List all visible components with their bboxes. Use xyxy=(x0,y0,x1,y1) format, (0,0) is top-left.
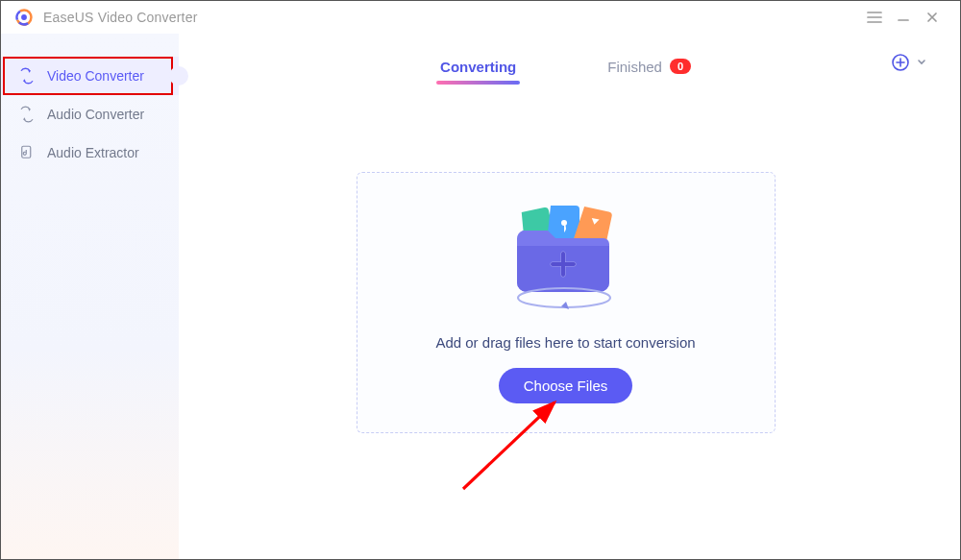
close-button[interactable] xyxy=(918,4,947,31)
sidebar-item-label: Audio Converter xyxy=(47,107,144,122)
menu-button[interactable] xyxy=(860,4,889,31)
drop-zone-message: Add or drag files here to start conversi… xyxy=(435,334,695,351)
minimize-icon xyxy=(897,11,910,24)
minimize-button[interactable] xyxy=(889,4,918,31)
sidebar-item-video-converter[interactable]: Video Converter xyxy=(1,57,179,95)
hamburger-icon xyxy=(867,11,882,24)
sidebar-item-audio-converter[interactable]: Audio Converter xyxy=(1,95,179,134)
sidebar-item-audio-extractor[interactable]: Audio Extractor xyxy=(1,134,179,172)
title-bar: EaseUS Video Converter xyxy=(1,1,960,34)
app-logo-icon xyxy=(14,8,34,27)
tab-converting[interactable]: Converting xyxy=(440,59,516,75)
app-title: EaseUS Video Converter xyxy=(43,10,860,25)
sidebar-item-label: Video Converter xyxy=(47,68,144,84)
main-panel: Converting Finished 0 xyxy=(179,34,960,559)
audio-convert-icon xyxy=(18,106,36,123)
choose-files-button[interactable]: Choose Files xyxy=(499,368,633,403)
audio-extract-icon xyxy=(18,144,36,161)
chevron-down-icon xyxy=(916,57,927,68)
tab-bar: Converting Finished 0 xyxy=(190,47,941,85)
close-icon xyxy=(925,11,939,24)
sidebar: Video Converter Audio Converter Audio Ex… xyxy=(1,34,179,559)
finished-count-badge: 0 xyxy=(670,59,691,74)
add-files-button[interactable] xyxy=(891,53,927,72)
tab-finished[interactable]: Finished 0 xyxy=(607,59,691,75)
sidebar-item-label: Audio Extractor xyxy=(47,145,139,160)
file-drop-zone[interactable]: Add or drag files here to start conversi… xyxy=(357,172,776,433)
tab-label: Converting xyxy=(440,59,516,75)
svg-point-2 xyxy=(21,14,27,20)
video-convert-icon xyxy=(18,67,36,85)
plus-circle-icon xyxy=(891,53,910,72)
tab-label: Finished xyxy=(607,59,662,75)
folder-add-illustration xyxy=(494,202,638,317)
